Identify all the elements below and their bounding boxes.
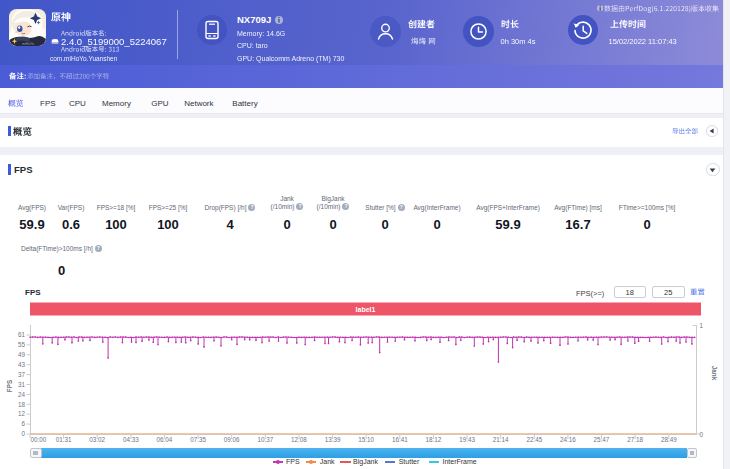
svg-text:61: 61 <box>18 331 26 338</box>
svg-text:49: 49 <box>18 351 26 358</box>
svg-text:0: 0 <box>21 430 25 437</box>
svg-text:24: 24 <box>18 391 26 398</box>
svg-text:24:16: 24:16 <box>560 436 576 443</box>
svg-text:label1: label1 <box>356 306 376 313</box>
svg-text:Jank: Jank <box>711 366 718 381</box>
svg-text:1: 1 <box>700 322 704 329</box>
svg-text:miHoYo: miHoYo <box>22 42 34 46</box>
svg-text:12: 12 <box>18 410 26 417</box>
svg-text:07:35: 07:35 <box>190 436 206 443</box>
svg-text:0: 0 <box>700 431 704 438</box>
svg-text:22:45: 22:45 <box>526 436 542 443</box>
svg-text:15:10: 15:10 <box>358 436 374 443</box>
svg-text:25:47: 25:47 <box>594 436 610 443</box>
svg-text:12:08: 12:08 <box>291 436 307 443</box>
svg-text:28:49: 28:49 <box>661 436 677 443</box>
svg-text:06:04: 06:04 <box>157 436 173 443</box>
svg-text:18: 18 <box>18 401 26 408</box>
svg-text:19:43: 19:43 <box>459 436 475 443</box>
svg-text:13:39: 13:39 <box>325 436 341 443</box>
svg-text:18:12: 18:12 <box>426 436 442 443</box>
svg-text:55: 55 <box>18 341 26 348</box>
svg-text:09:06: 09:06 <box>224 436 240 443</box>
svg-text:21:14: 21:14 <box>493 436 509 443</box>
svg-text:01:31: 01:31 <box>56 436 72 443</box>
svg-text:43: 43 <box>18 361 26 368</box>
svg-text:FPS: FPS <box>6 380 13 392</box>
svg-text:16:41: 16:41 <box>392 436 408 443</box>
svg-text:03:02: 03:02 <box>89 436 105 443</box>
svg-text:31: 31 <box>18 381 26 388</box>
svg-text:00:00: 00:00 <box>31 436 47 443</box>
svg-text:37: 37 <box>18 371 26 378</box>
svg-text:6: 6 <box>21 420 25 427</box>
svg-text:04:33: 04:33 <box>123 436 139 443</box>
svg-text:10:37: 10:37 <box>257 436 273 443</box>
svg-text:27:18: 27:18 <box>627 436 643 443</box>
